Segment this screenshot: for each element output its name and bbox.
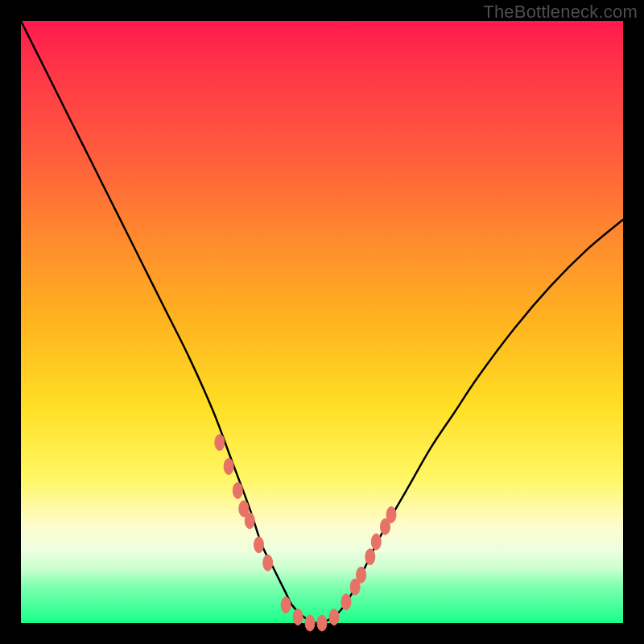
chart-plot-area [21,21,623,623]
chart-frame: TheBottleneck.com [0,0,644,644]
curve-marker [281,597,291,613]
curve-marker [317,615,327,631]
watermark-text: TheBottleneck.com [483,2,638,23]
curve-marker [371,534,381,550]
curve-marker [233,482,242,498]
curve-marker [329,609,339,625]
curve-marker [357,567,366,583]
bottleneck-curve [21,21,623,623]
curve-marker [365,549,375,565]
curve-marker [245,513,254,529]
marker-group [215,435,396,631]
chart-svg [21,21,623,623]
curve-marker [224,459,233,475]
curve-marker [263,555,273,571]
curve-marker [305,615,315,631]
curve-marker [293,609,303,625]
curve-marker [254,537,264,553]
curve-marker [341,594,351,610]
curve-marker [386,506,396,522]
curve-marker [215,435,225,451]
